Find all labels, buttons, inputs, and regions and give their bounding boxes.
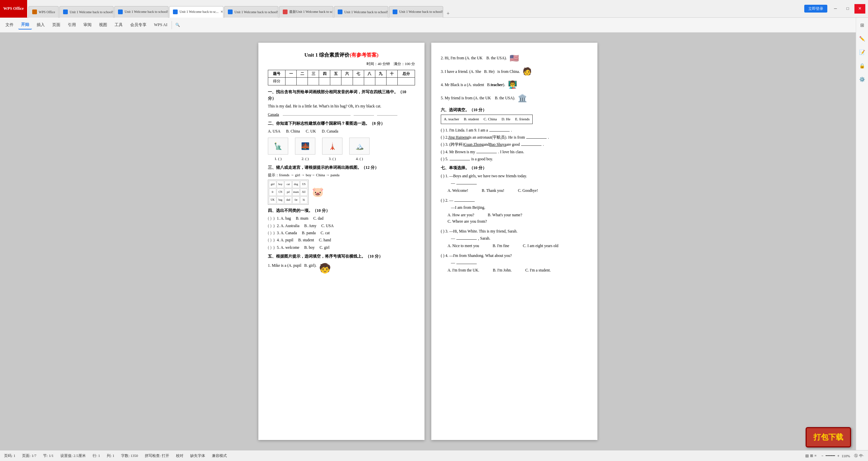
- top-bar: WPS Office WPS Office Unit 1 Welcome bac…: [0, 0, 868, 18]
- status-right: ▤ ⊞ ≡ － ━━━━ ＋ 110% Ⓢ 中·: [805, 453, 864, 458]
- section6-items: ( ) 1. I'm Linda. I am 9. I am a . ( ) 2…: [441, 127, 588, 162]
- view-icon-1[interactable]: ▤: [805, 454, 809, 458]
- tab-2[interactable]: Unit 1 Welcome back to school! ✕: [59, 6, 114, 18]
- view-icon-2[interactable]: ⊞: [810, 454, 813, 458]
- landmark-4: 🏔️ 4. ( ): [349, 138, 370, 162]
- menu-file[interactable]: 文件: [3, 21, 16, 29]
- menu-tools[interactable]: 工具: [112, 21, 125, 29]
- menu-home[interactable]: 开始: [18, 20, 32, 29]
- menu-vip[interactable]: 会员专享: [127, 21, 149, 29]
- section2-options: A. USA B. China C. UK D. Canada: [268, 128, 415, 135]
- tab-1[interactable]: WPS Office: [28, 6, 59, 18]
- mc2-options: A. How are you? B. What's your name?: [448, 212, 588, 218]
- pig-figure: 🐷: [312, 185, 324, 200]
- landmark-img-4: 🏔️: [349, 138, 370, 155]
- section5-content: 1. Mike is a (A. pupil B. girl). 🧒: [268, 261, 415, 276]
- odd-row-2: ( ) ）2. A. Australia B. Amy C. USA: [268, 223, 415, 229]
- score-table: 题号 一 二 三 四 五 六 七 八 九 十 总分 得分: [268, 70, 415, 85]
- section1-text: This is my dad. He is a little fat. What…: [268, 103, 415, 110]
- side-icon-5[interactable]: ⚙️: [858, 75, 866, 83]
- usa-flag-icon: 🇺🇸: [510, 52, 519, 64]
- status-bar: 页码: 1 页面: 1/7 节: 1/1 设置值: 2.5厘米 行: 1 列: …: [0, 450, 868, 461]
- status-font: 缺失字体: [190, 453, 205, 458]
- close-button[interactable]: ✕: [854, 4, 865, 14]
- zoom-out-button[interactable]: －: [821, 453, 824, 458]
- section5-title: 五、根据图片提示，选词填空，将序号填写在横线上。（10 分）: [268, 253, 415, 260]
- download-button[interactable]: 打包下载: [806, 427, 851, 447]
- tab-3[interactable]: Unit 1 Welcome back to school! 题 ✕: [114, 6, 169, 18]
- ribbon-menu-group: 文件 开始 插入 页面 引用 审阅 视图 工具 会员专享 WPS AI: [3, 20, 170, 29]
- tabs-area: WPS Office Unit 1 Welcome back to school…: [27, 0, 804, 18]
- side-icon-3[interactable]: 📝: [858, 48, 866, 56]
- maze-area: girl boy cat dog US fr CN pd mum AU UK b…: [268, 180, 415, 205]
- blank-4: ( ) 4. Mr Brown is my . I love his class…: [441, 149, 588, 155]
- section4-items: ( ) ）1. A. bag B. mum C. dad ( ) ）2. A. …: [268, 215, 415, 250]
- blank-2: ( ) 2. Jing Haipeng is an astronaut(宇航员)…: [441, 134, 588, 140]
- odd-row-4: ( ) ）4. A. pupil B. student C. hand: [268, 237, 415, 243]
- view-icon-3[interactable]: ≡: [814, 454, 816, 458]
- odd-row-5: ( ) ）5. A. welcome B. boy C. girl: [268, 244, 415, 250]
- odd-row-3: ( ) ）3. A. Canada B. panda C. cat: [268, 230, 415, 236]
- section6-wordbox: A. teacher B. student C. China D. He E. …: [441, 115, 533, 124]
- status-total-pages: 页面: 1/7: [22, 453, 36, 458]
- page-right: 2. Hi, I'm from (A. the UK B. the USA). …: [431, 43, 597, 440]
- extra-icon-1[interactable]: Ⓢ: [854, 453, 858, 458]
- menu-review[interactable]: 审阅: [81, 21, 94, 29]
- tab-5[interactable]: Unit 1 Welcome back to school! ✕: [224, 6, 278, 18]
- view-mode-icons: ▤ ⊞ ≡: [805, 454, 816, 458]
- content-area: Unit 1 综合素质评价(有参考答案) 时间：40 分钟 满分：100 分 题…: [0, 33, 856, 450]
- teacher-icon: 👨‍🏫: [508, 79, 517, 91]
- blank-1: ( ) 1. I'm Linda. I am 9. I am a .: [441, 127, 588, 133]
- toolbar-search[interactable]: 🔍: [173, 22, 182, 28]
- landmark-img-1: 🗽: [268, 138, 288, 155]
- ribbon-divider: [172, 21, 172, 29]
- side-icon-2[interactable]: ✏️: [858, 35, 866, 43]
- wps-logo[interactable]: WPS Office: [0, 0, 27, 18]
- blank-3: ( ) 3. (跨学科) Guan Zhong and Bao Shuya ar…: [441, 141, 588, 147]
- side-panel-right: ⊞ ✏️ 📝 🔒 ⚙️: [856, 18, 868, 461]
- side-icon-1[interactable]: ⊞: [858, 21, 866, 29]
- section2-title: 二、你知道下列标志性建筑在哪个国家吗？看图选一选。（8 分）: [268, 120, 415, 127]
- mc-item-3: ( ) 3. —Hi, Miss White. This is my frien…: [441, 228, 588, 249]
- menu-view[interactable]: 视图: [96, 21, 110, 29]
- maximize-button[interactable]: □: [842, 4, 853, 14]
- add-tab-button[interactable]: +: [444, 9, 452, 18]
- mc1-options: A. Welcome! B. Thank you! C. Goodbye!: [448, 187, 588, 194]
- tab-7[interactable]: Unit 1 Welcome back to school! ✕: [334, 6, 388, 18]
- status-page: 页码: 1: [4, 453, 15, 458]
- menu-reference[interactable]: 引用: [65, 21, 79, 29]
- landmark-row: 🗽 1. ( ) 🌉 2. ( ) 🗼 3. ( ) 🏔️ 4. ( ): [268, 138, 415, 162]
- zoom-level: 110%: [842, 454, 850, 458]
- status-settings: 设置值: 2.5厘米: [60, 453, 86, 458]
- section3-title: 三、猪八或走迷宫，请根据提示的单词画出路线图。（12 分）: [268, 164, 415, 171]
- section6-title: 六、选词填空。（10 分）: [441, 107, 588, 113]
- maze-grid: girl boy cat dog US fr CN pd mum AU UK b…: [268, 180, 309, 205]
- mc-item-4: ( ) 4. —I'm from Shandong. What about yo…: [441, 253, 588, 274]
- zoom-slider[interactable]: ━━━━: [826, 454, 835, 458]
- title-red: (有参考答案): [350, 52, 378, 58]
- mc-item-1: ( ) 1. —Boys and girls, we have two new …: [441, 173, 588, 194]
- mc3-options: A. Nice to meet you B. I'm fine C. I am …: [448, 243, 588, 249]
- extra-icons: Ⓢ 中·: [854, 453, 864, 458]
- zoom-in-button[interactable]: ＋: [836, 453, 840, 458]
- side-icon-4[interactable]: 🔒: [858, 62, 866, 70]
- extra-icon-2[interactable]: 中·: [859, 453, 864, 458]
- menu-wps-ai[interactable]: WPS AI: [151, 21, 170, 29]
- tab-8[interactable]: Unit 1 Welcome back to school! 题 ✕: [389, 6, 443, 18]
- tab-icon-2: [63, 9, 68, 14]
- ribbon: 文件 开始 插入 页面 引用 审阅 视图 工具 会员专享 WPS AI 🔍: [0, 18, 868, 33]
- section7-title: 七、单项选择。（10 分）: [441, 165, 588, 171]
- tab-icon-5: [228, 9, 233, 14]
- menu-insert[interactable]: 插入: [34, 21, 47, 29]
- menu-page[interactable]: 页面: [50, 21, 63, 29]
- status-proofread[interactable]: 校对: [176, 453, 183, 458]
- login-button[interactable]: 立即登录: [804, 5, 827, 13]
- landmark-3: 🗼 3. ( ): [322, 138, 342, 162]
- tab-4[interactable]: Unit 1 Welcome back to sc... ✕: [169, 6, 223, 18]
- minimize-button[interactable]: ─: [830, 4, 841, 14]
- status-cursor: 节: 1/1: [43, 453, 54, 458]
- tab-icon-8: [393, 9, 397, 14]
- time-score: 时间：40 分钟 满分：100 分: [268, 61, 415, 67]
- person-icon-3: 🧑: [522, 65, 532, 77]
- tab-6[interactable]: 最新Unit 1 Welcome back to scl... ✕: [279, 6, 333, 18]
